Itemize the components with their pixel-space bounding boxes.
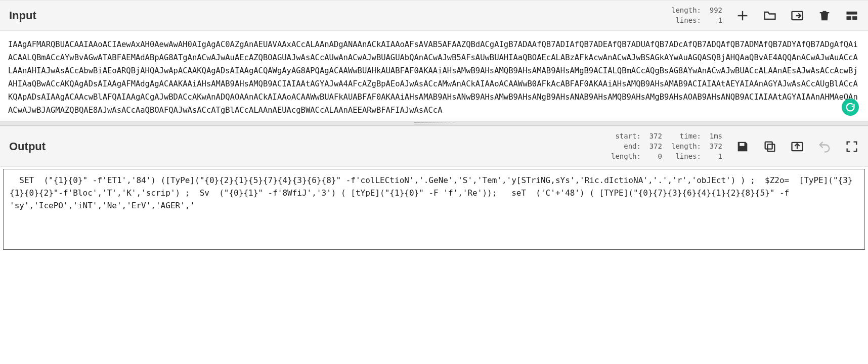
output-sel-length-value: 0 — [644, 152, 662, 162]
svg-rect-4 — [767, 144, 774, 151]
plus-icon — [735, 9, 750, 23]
trash-icon — [817, 9, 832, 23]
save-icon — [735, 140, 750, 154]
input-length-label: length: — [671, 6, 701, 16]
copy-icon — [763, 140, 777, 154]
maximize-icon — [845, 140, 859, 154]
input-textarea[interactable]: IAAgAFMARQBUACAAIAAoACIAewAxAH0AewAwAH0A… — [0, 31, 868, 121]
import-icon — [790, 9, 804, 23]
save-button[interactable] — [735, 140, 750, 154]
output-time-label: time: — [672, 131, 701, 142]
output-time-value: 1ms — [704, 131, 722, 142]
output-start-label: start: — [612, 131, 641, 142]
output-header: Output start:372 end:372 length:0 time:1… — [0, 126, 868, 167]
layout-button[interactable] — [845, 9, 859, 23]
drag-handle-icon — [414, 122, 454, 124]
import-button[interactable] — [790, 9, 804, 23]
grammarly-icon — [845, 102, 856, 113]
export-icon — [790, 140, 804, 154]
output-lines-label: lines: — [672, 152, 701, 162]
input-lines-label: lines: — [672, 16, 701, 26]
svg-rect-1 — [847, 11, 857, 14]
output-lines-value: 1 — [704, 152, 722, 162]
maximize-button[interactable] — [845, 140, 859, 154]
svg-rect-2 — [847, 16, 851, 20]
pane-divider[interactable] — [0, 121, 868, 126]
undo-icon — [817, 140, 832, 154]
input-length-value: 992 — [704, 6, 722, 16]
copy-button[interactable] — [763, 140, 777, 154]
input-header: Input length: 992 lines: 1 — [0, 0, 868, 31]
undo-button[interactable] — [817, 140, 832, 154]
add-tab-button[interactable] — [735, 9, 750, 23]
output-length-value: 372 — [704, 142, 722, 152]
input-title: Input — [9, 9, 36, 22]
layout-icon — [845, 9, 859, 23]
open-folder-button[interactable] — [763, 9, 777, 23]
output-stats: start:372 end:372 length:0 time:1ms leng… — [611, 131, 722, 161]
output-title: Output — [9, 140, 46, 153]
clear-button[interactable] — [817, 9, 832, 23]
output-sel-length-label: length: — [611, 152, 641, 162]
input-lines-value: 1 — [704, 16, 722, 26]
output-start-value: 372 — [644, 131, 662, 142]
output-textarea[interactable]: SET ("{1}{0}" -f'ET1','84') ([TyPe]("{0}… — [3, 169, 865, 250]
output-length-label: length: — [671, 142, 701, 152]
input-stats: length: 992 lines: 1 — [671, 6, 722, 25]
folder-icon — [763, 9, 777, 23]
output-end-label: end: — [612, 142, 641, 152]
svg-rect-3 — [852, 16, 857, 20]
svg-rect-5 — [765, 142, 772, 149]
output-end-value: 372 — [644, 142, 662, 152]
export-button[interactable] — [790, 140, 804, 154]
